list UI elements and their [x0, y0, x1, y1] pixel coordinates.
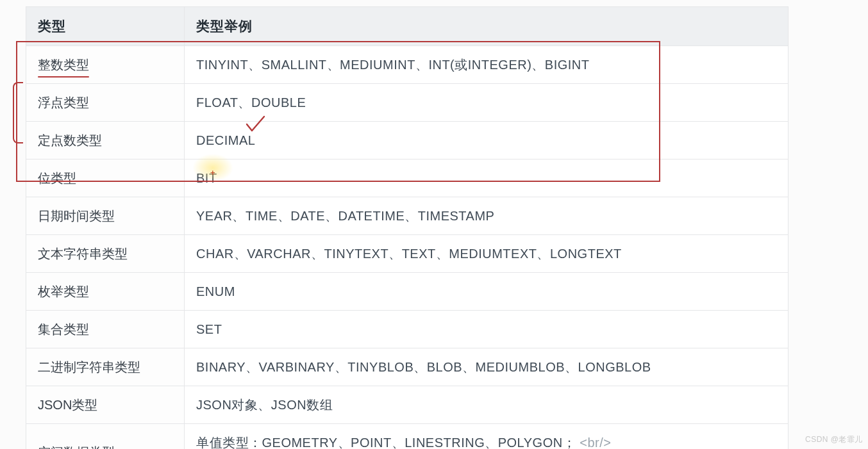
cell-example: JSON对象、JSON数组 — [185, 386, 789, 423]
watermark: CSDN @老霏儿 — [805, 434, 863, 445]
table-row: 浮点类型 FLOAT、DOUBLE — [26, 83, 789, 121]
annotation-bracket — [13, 82, 23, 143]
cell-example: ENUM — [185, 272, 789, 310]
cell-example: FLOAT、DOUBLE — [185, 83, 789, 121]
cell-example-line1: 单值类型：GEOMETRY、POINT、LINESTRING、POLYGON； — [196, 436, 576, 450]
cell-example: BINARY、VARBINARY、TINYBLOB、BLOB、MEDIUMBLO… — [185, 348, 789, 386]
table-row: 定点数类型 DECIMAL — [26, 121, 789, 159]
col-header-type: 类型 — [26, 7, 185, 46]
table-row: 空间数据类型 单值类型：GEOMETRY、POINT、LINESTRING、PO… — [26, 423, 789, 449]
table-row: 日期时间类型 YEAR、TIME、DATE、DATETIME、TIMESTAMP — [26, 197, 789, 234]
cell-example: 单值类型：GEOMETRY、POINT、LINESTRING、POLYGON； … — [185, 423, 789, 449]
underlined-label: 整数类型 — [38, 55, 89, 74]
cell-type: JSON类型 — [26, 386, 185, 423]
cell-type: 枚举类型 — [26, 272, 185, 310]
cell-example: CHAR、VARCHAR、TINYTEXT、TEXT、MEDIUMTEXT、LO… — [185, 234, 789, 272]
col-header-example: 类型举例 — [185, 7, 789, 46]
cell-type: 整数类型 — [26, 45, 185, 83]
cell-type: 位类型 — [26, 159, 185, 197]
table-row: 二进制字符串类型 BINARY、VARBINARY、TINYBLOB、BLOB、… — [26, 348, 789, 386]
cell-type: 文本字符串类型 — [26, 234, 185, 272]
cell-type: 空间数据类型 — [26, 423, 185, 449]
data-types-table: 类型 类型举例 整数类型 TINYINT、SMALLINT、MEDIUMINT、… — [26, 6, 789, 449]
cell-example: YEAR、TIME、DATE、DATETIME、TIMESTAMP — [185, 197, 789, 234]
cell-type: 定点数类型 — [26, 121, 185, 159]
table-row: 文本字符串类型 CHAR、VARCHAR、TINYTEXT、TEXT、MEDIU… — [26, 234, 789, 272]
table-row: 位类型 BIT — [26, 159, 789, 197]
literal-br-tag: <br/> — [580, 436, 611, 450]
cell-example: SET — [185, 310, 789, 348]
cell-example: TINYINT、SMALLINT、MEDIUMINT、INT(或INTEGER)… — [185, 45, 789, 83]
table-row: 枚举类型 ENUM — [26, 272, 789, 310]
cell-type: 日期时间类型 — [26, 197, 185, 234]
cell-example: DECIMAL — [185, 121, 789, 159]
cell-type: 二进制字符串类型 — [26, 348, 185, 386]
table-row: 整数类型 TINYINT、SMALLINT、MEDIUMINT、INT(或INT… — [26, 45, 789, 83]
cell-example: BIT — [185, 159, 789, 197]
table-header-row: 类型 类型举例 — [26, 7, 789, 46]
table-row: JSON类型 JSON对象、JSON数组 — [26, 386, 789, 423]
cell-type: 浮点类型 — [26, 83, 185, 121]
table-row: 集合类型 SET — [26, 310, 789, 348]
cell-type: 集合类型 — [26, 310, 185, 348]
